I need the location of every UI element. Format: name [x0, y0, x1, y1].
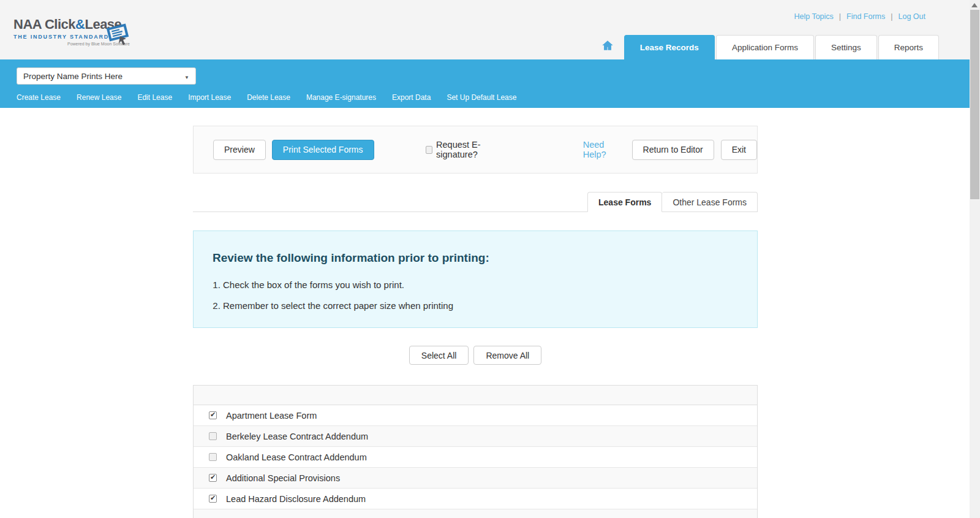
scrollbar[interactable]	[970, 0, 980, 518]
top-links: Help Topics|Find Forms|Log Out	[794, 12, 925, 21]
logo-document-icon	[104, 19, 131, 48]
table-row-lead-hazard-disclosure-addendum: Lead Hazard Disclosure Addendum	[194, 489, 757, 509]
tab-settings[interactable]: Settings	[815, 35, 877, 59]
logo-click: Click	[45, 17, 75, 32]
tab-strip-divider	[193, 192, 587, 212]
checkbox-oakland-lease-contract-addendum[interactable]	[209, 453, 217, 461]
tab-lease-forms[interactable]: Lease Forms	[587, 192, 662, 212]
main-content: Preview Print Selected Forms Request E-s…	[193, 126, 758, 518]
request-esignature-field: Request E-signature?	[426, 140, 511, 159]
action-import-lease[interactable]: Import Lease	[188, 93, 231, 102]
action-renew-lease[interactable]: Renew Lease	[77, 93, 121, 102]
checkbox-berkeley-lease-contract-addendum[interactable]	[209, 432, 217, 440]
logo-ampersand: &	[75, 17, 85, 32]
top-link-help-topics[interactable]: Help Topics	[794, 12, 833, 21]
separator: |	[839, 12, 841, 21]
property-select[interactable]: Property Name Prints Here	[17, 67, 196, 85]
scrollbar-thumb[interactable]	[970, 10, 979, 199]
return-to-editor-button[interactable]: Return to Editor	[632, 140, 714, 160]
property-select-value: Property Name Prints Here	[23, 72, 123, 81]
property-bar: Property Name Prints Here Create LeaseRe…	[0, 59, 970, 108]
tab-other-lease-forms[interactable]: Other Lease Forms	[662, 192, 758, 212]
lease-action-links: Create LeaseRenew LeaseEdit LeaseImport …	[17, 93, 970, 102]
form-label: Additional Special Provisions	[226, 473, 340, 483]
form-label: Apartment Lease Form	[226, 411, 317, 421]
action-set-up-default-lease[interactable]: Set Up Default Lease	[447, 93, 516, 102]
checkbox-lead-hazard-disclosure-addendum[interactable]	[209, 495, 217, 503]
table-body: Apartment Lease FormBerkeley Lease Contr…	[194, 405, 757, 509]
action-delete-lease[interactable]: Delete Lease	[247, 93, 290, 102]
forms-tab-strip: Lease Forms Other Lease Forms	[193, 192, 758, 212]
table-row-apartment-lease-form: Apartment Lease Form	[194, 405, 757, 426]
logo-naa: NAA	[13, 17, 45, 32]
app-header: NAA Click&Lease THE INDUSTRY STANDARD Po…	[0, 0, 970, 59]
checkbox-additional-special-provisions[interactable]	[209, 474, 217, 482]
need-help-link[interactable]: Need Help?	[583, 140, 624, 159]
tab-application-forms[interactable]: Application Forms	[716, 35, 814, 59]
home-icon[interactable]	[601, 39, 614, 52]
form-label: Lead Hazard Disclosure Addendum	[226, 494, 366, 504]
nav-tabs: Lease RecordsApplication FormsSettingsRe…	[624, 35, 939, 59]
request-esignature-checkbox[interactable]	[426, 146, 433, 154]
notice-title: Review the following information prior t…	[213, 251, 739, 265]
tab-lease-records[interactable]: Lease Records	[624, 35, 715, 59]
exit-button[interactable]: Exit	[721, 140, 757, 160]
print-selected-forms-button[interactable]: Print Selected Forms	[272, 140, 374, 160]
form-label: Oakland Lease Contract Addendum	[226, 452, 367, 462]
table-row-additional-special-provisions: Additional Special Provisions	[194, 468, 757, 489]
notice-box: Review the following information prior t…	[193, 230, 758, 328]
main-nav: Lease RecordsApplication FormsSettingsRe…	[601, 35, 939, 59]
notice-list: Check the box of the forms you wish to p…	[213, 280, 739, 311]
action-edit-lease[interactable]: Edit Lease	[137, 93, 172, 102]
form-label: Berkeley Lease Contract Addendum	[226, 432, 368, 441]
action-create-lease[interactable]: Create Lease	[17, 93, 61, 102]
table-row-berkeley-lease-contract-addendum: Berkeley Lease Contract Addendum	[194, 426, 757, 447]
app-logo: NAA Click&Lease THE INDUSTRY STANDARD Po…	[13, 17, 136, 46]
forms-table: Apartment Lease FormBerkeley Lease Contr…	[193, 385, 758, 518]
print-toolbar: Preview Print Selected Forms Request E-s…	[193, 126, 758, 173]
preview-button[interactable]: Preview	[213, 140, 266, 160]
instruction-item: Check the box of the forms you wish to p…	[223, 280, 739, 290]
table-row-oakland-lease-contract-addendum: Oakland Lease Contract Addendum	[194, 447, 757, 468]
top-link-log-out[interactable]: Log Out	[899, 12, 925, 21]
action-export-data[interactable]: Export Data	[392, 93, 431, 102]
select-all-button[interactable]: Select All	[409, 346, 469, 365]
scroll-up-icon[interactable]	[971, 3, 978, 7]
separator: |	[891, 12, 892, 21]
page: NAA Click&Lease THE INDUSTRY STANDARD Po…	[0, 0, 970, 518]
action-manage-e-signatures[interactable]: Manage E-signatures	[306, 93, 376, 102]
table-row-partial	[194, 509, 757, 518]
table-header-row	[194, 386, 757, 405]
remove-all-button[interactable]: Remove All	[473, 346, 541, 365]
request-esignature-label: Request E-signature?	[436, 140, 511, 159]
selection-actions: Select All Remove All	[193, 346, 758, 365]
top-link-find-forms[interactable]: Find Forms	[846, 12, 885, 21]
checkbox-apartment-lease-form[interactable]	[209, 411, 217, 419]
dropdown-caret-icon	[184, 72, 189, 81]
instruction-item: Remember to select the correct paper siz…	[223, 300, 739, 311]
tab-reports[interactable]: Reports	[878, 35, 939, 59]
